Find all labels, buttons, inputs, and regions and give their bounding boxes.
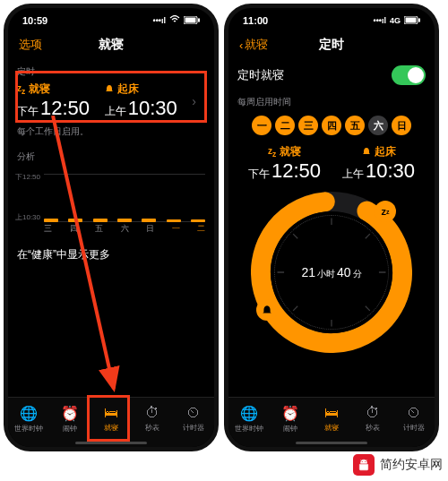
bedtime-icon: 🛏 (104, 405, 118, 421)
phone-left: 10:59 •••ıl 选项 就寝 定时 zz 就寝 (4, 4, 219, 451)
section-timer-label: 定时 (17, 65, 205, 78)
bed-icon: zz (268, 146, 276, 159)
day-sat[interactable]: 六 (368, 116, 388, 135)
bell-icon (105, 83, 114, 96)
tab-stopwatch[interactable]: ⏱ 秒表 (132, 398, 173, 440)
tab-timer[interactable]: ⏲ 计时器 (393, 398, 435, 440)
tab-bedtime[interactable]: 🛏 就寝 (90, 398, 132, 440)
chevron-left-icon: ‹ (239, 39, 243, 52)
tab-timer[interactable]: ⏲ 计时器 (173, 398, 214, 440)
notch (66, 8, 156, 24)
chart-y-bot: 上10:30 (15, 212, 40, 222)
wake-time: 10:30 (366, 159, 415, 183)
wake-knob[interactable]: zz (375, 201, 396, 222)
schedule-label: 定时就寝 (237, 67, 284, 83)
notch (287, 8, 376, 24)
svg-rect-1 (185, 17, 196, 22)
svg-line-13 (366, 306, 370, 311)
chart-y-top: 下12:50 (15, 172, 40, 182)
watermark: 简约安卓网 (353, 454, 443, 476)
sleep-chart: 下12:50 上10:30 三 四 五 六 日 一 二 (17, 172, 205, 235)
schedule-toggle-row[interactable]: 定时就寝 (237, 60, 426, 90)
bedtime-row[interactable]: zz 就寝 下午 12:50 起床 (17, 82, 205, 120)
tab-world-clock[interactable]: 🌐 世界时钟 (8, 398, 49, 440)
day-tue[interactable]: 二 (275, 116, 295, 135)
android-icon (353, 454, 375, 476)
bed-ampm: 下午 (248, 167, 270, 182)
day-fri[interactable]: 五 (345, 116, 365, 135)
home-indicator[interactable] (75, 442, 147, 444)
status-time: 11:00 (243, 15, 268, 26)
stopwatch-icon: ⏱ (145, 405, 159, 421)
bed-time: 12:50 (271, 159, 321, 183)
tab-bar: 🌐 世界时钟 ⏰ 闹钟 🛏 就寝 ⏱ 秒表 ⏲ 计时器 (228, 397, 435, 447)
bed-label: 就寝 (280, 144, 301, 159)
alarm-icon: ⏰ (281, 405, 299, 422)
svg-rect-2 (198, 18, 200, 21)
weekday-picker: 一 二 三 四 五 六 日 (237, 116, 426, 135)
section-analysis-label: 分析 (17, 150, 205, 163)
timer-icon: ⏲ (407, 405, 421, 421)
battery-icon (404, 16, 420, 26)
health-more-link[interactable]: 在“健康”中显示更多 (17, 247, 205, 262)
tab-bedtime[interactable]: 🛏 就寝 (311, 398, 352, 440)
svg-point-17 (365, 461, 366, 462)
bed-time: 12:50 (40, 97, 90, 120)
nav-bar: ‹ 就寝 定时 (228, 31, 435, 58)
tab-world-clock[interactable]: 🌐 世界时钟 (228, 398, 270, 440)
day-wed[interactable]: 三 (298, 116, 318, 135)
bell-icon (362, 146, 371, 159)
globe-icon: 🌐 (240, 405, 258, 422)
svg-point-16 (362, 461, 363, 462)
day-thu[interactable]: 四 (322, 116, 341, 135)
svg-line-12 (293, 234, 297, 238)
wake-label: 起床 (117, 82, 139, 97)
chart-x-labels: 三 四 五 六 日 一 二 (44, 223, 205, 235)
sleep-dial[interactable]: 21小时 40分 zz (251, 192, 412, 353)
bed-knob[interactable] (256, 299, 278, 321)
tab-bar: 🌐 世界时钟 ⏰ 闹钟 🛏 就寝 ⏱ 秒表 ⏲ 计时器 (8, 397, 214, 447)
signal-icon: •••ıl (153, 16, 166, 25)
chevron-right-icon: › (192, 94, 196, 108)
enabled-note: 每个工作日启用。 (17, 125, 205, 138)
battery-icon (184, 16, 200, 26)
nav-back-button[interactable]: ‹ 就寝 (239, 37, 268, 53)
network-label: 4G (390, 16, 401, 25)
wake-ampm: 上午 (342, 167, 364, 182)
bed-icon: zz (17, 83, 25, 96)
watermark-text: 简约安卓网 (380, 457, 443, 473)
bedtime-icon: 🛏 (324, 405, 339, 421)
section-weekdays-label: 每周启用时间 (237, 96, 426, 108)
times-display: zz 就寝 下午 12:50 起床 (237, 144, 426, 183)
tab-stopwatch[interactable]: ⏱ 秒表 (352, 398, 393, 440)
schedule-switch[interactable] (392, 65, 426, 85)
day-mon[interactable]: 一 (252, 116, 271, 135)
bed-label: 就寝 (29, 82, 50, 97)
wake-time: 10:30 (128, 97, 177, 120)
tab-alarm[interactable]: ⏰ 闹钟 (270, 398, 311, 440)
nav-title: 就寝 (99, 37, 124, 53)
svg-line-15 (366, 234, 370, 238)
globe-icon: 🌐 (20, 405, 38, 422)
wifi-icon (169, 15, 180, 26)
svg-rect-5 (406, 17, 417, 22)
status-time: 10:59 (22, 15, 47, 26)
wake-label: 起床 (375, 144, 396, 159)
wake-ampm: 上午 (105, 104, 126, 119)
nav-options-button[interactable]: 选项 (19, 37, 42, 53)
nav-title: 定时 (319, 37, 344, 53)
phone-right: 11:00 •••ıl 4G ‹ 就寝 定时 定时就寝 每周启用时间 (224, 4, 439, 451)
dial-ticks (274, 215, 389, 330)
nav-bar: 选项 就寝 (8, 31, 214, 58)
home-indicator[interactable] (296, 442, 367, 444)
svg-line-14 (293, 306, 297, 311)
bed-ampm: 下午 (17, 104, 39, 119)
svg-rect-6 (418, 18, 420, 21)
stopwatch-icon: ⏱ (366, 405, 380, 421)
alarm-icon: ⏰ (61, 405, 79, 422)
timer-icon: ⏲ (186, 405, 201, 421)
signal-icon: •••ıl (374, 16, 386, 25)
tab-alarm[interactable]: ⏰ 闹钟 (49, 398, 90, 440)
day-sun[interactable]: 日 (392, 116, 411, 135)
